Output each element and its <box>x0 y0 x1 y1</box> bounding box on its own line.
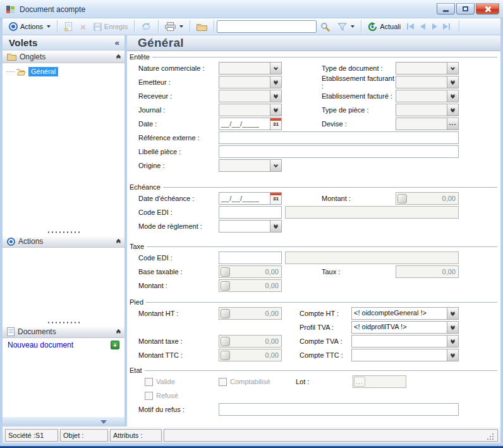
comptabilise-checkbox[interactable] <box>219 378 227 386</box>
etablissement-facture-label: Etablissement facturé : <box>322 92 396 100</box>
add-document-button[interactable]: + <box>111 341 119 349</box>
code-edi-echeance-description-field <box>285 206 459 219</box>
valide-label: Valide <box>156 378 175 385</box>
refuse-checkbox[interactable] <box>145 392 153 400</box>
actions-button[interactable]: Actions <box>5 20 54 33</box>
chevron-down-icon[interactable] <box>270 160 281 171</box>
general-form-panel: Général Entête Nature commerciale : Type… <box>127 35 500 427</box>
double-chevron-down-icon[interactable] <box>447 104 458 116</box>
tree-item-general[interactable]: Général <box>3 66 124 77</box>
compte-ttc-combo[interactable] <box>351 349 459 361</box>
close-icon <box>485 6 491 12</box>
chevron-down-icon[interactable] <box>270 63 281 74</box>
type-document-combo[interactable] <box>396 62 459 75</box>
tree-connector <box>6 71 15 72</box>
journal-combo[interactable] <box>219 104 282 116</box>
refresh-button[interactable] <box>137 20 155 33</box>
volets-panel: Volets « Onglets Général Actions Documen… <box>3 35 124 427</box>
close-button[interactable] <box>476 3 499 15</box>
etablissement-facturant-combo[interactable] <box>396 76 459 88</box>
double-chevron-down-icon[interactable] <box>447 90 458 102</box>
compte-tva-combo[interactable] <box>351 335 459 348</box>
montant-ttc-field: 0,00 <box>219 349 282 361</box>
montant-echeance-field: 0,00 <box>396 192 459 205</box>
motif-refus-input[interactable] <box>219 403 459 416</box>
new-document-link[interactable]: Nouveau document <box>8 341 73 349</box>
calendar-icon[interactable]: 31 <box>270 193 281 204</box>
reference-externe-input[interactable] <box>219 131 459 144</box>
emetteur-combo[interactable] <box>219 76 282 88</box>
open-folder-button[interactable] <box>193 21 211 33</box>
double-chevron-down-icon[interactable] <box>447 308 458 319</box>
nav-next-button[interactable] <box>428 20 440 33</box>
amount-button[interactable] <box>221 267 230 277</box>
double-chevron-down-icon[interactable] <box>447 336 458 347</box>
type-piece-combo[interactable] <box>396 104 459 116</box>
double-chevron-down-icon[interactable] <box>270 90 281 102</box>
compte-ht-combo[interactable]: <! oidcompteGeneral !> <box>351 307 459 320</box>
emetteur-label: Emetteur : <box>138 78 219 86</box>
origine-combo[interactable] <box>219 159 282 172</box>
amount-button[interactable] <box>221 337 230 346</box>
sidebar-collapse-bar[interactable] <box>3 416 124 427</box>
chevron-down-icon[interactable] <box>447 63 458 74</box>
chevron-up-icon[interactable] <box>117 330 120 334</box>
libelle-piece-input[interactable] <box>219 145 459 158</box>
filter-button[interactable] <box>334 21 358 33</box>
mode-reglement-combo[interactable] <box>219 220 282 233</box>
refresh-icon <box>141 22 152 31</box>
onglets-section-header[interactable]: Onglets <box>3 51 124 63</box>
code-edi-echeance-input[interactable] <box>219 206 282 219</box>
amount-button[interactable] <box>397 194 407 203</box>
valide-checkbox[interactable] <box>145 378 153 386</box>
receveur-combo[interactable] <box>219 90 282 102</box>
panel-splitter-handle[interactable] <box>3 319 124 325</box>
resize-grip[interactable] <box>492 433 494 435</box>
nav-previous-button[interactable] <box>416 20 428 33</box>
chevron-down-icon <box>351 25 355 28</box>
maximize-button[interactable] <box>456 3 475 15</box>
base-taxable-field: 0,00 <box>219 265 282 278</box>
nav-first-button[interactable] <box>404 20 416 33</box>
ellipsis-button[interactable]: ... <box>354 377 365 387</box>
nature-commerciale-combo[interactable] <box>219 62 282 75</box>
date-field[interactable]: __/__/____ 31 <box>219 118 282 130</box>
minimize-button[interactable] <box>437 3 455 15</box>
double-chevron-down-icon[interactable] <box>447 76 458 88</box>
double-chevron-down-icon[interactable] <box>270 221 281 232</box>
print-button[interactable] <box>161 20 187 33</box>
documents-section-header[interactable]: Documents <box>3 325 124 338</box>
save-button[interactable]: Enregis <box>90 21 131 33</box>
chevron-up-icon[interactable] <box>117 55 120 59</box>
refuse-label: Refusé <box>156 392 178 399</box>
search-icon <box>320 22 330 32</box>
search-button[interactable] <box>317 20 334 33</box>
panel-splitter-handle[interactable] <box>3 229 124 235</box>
double-chevron-down-icon[interactable] <box>447 349 458 361</box>
double-chevron-down-icon[interactable] <box>270 104 281 116</box>
search-input[interactable] <box>217 20 317 33</box>
devise-field[interactable]: ... <box>396 118 459 130</box>
date-echeance-field[interactable]: __/__/____ 31 <box>219 192 282 205</box>
amount-button[interactable] <box>221 309 230 318</box>
code-edi-taxe-input[interactable] <box>219 251 282 264</box>
amount-button[interactable] <box>221 281 230 291</box>
title-bar[interactable]: Document acompte <box>0 0 503 18</box>
delete-button[interactable]: × <box>76 20 90 33</box>
save-button-label: Enregis <box>104 23 128 30</box>
amount-button[interactable] <box>221 351 230 360</box>
calendar-icon[interactable]: 31 <box>270 118 281 130</box>
double-chevron-down-icon[interactable] <box>270 76 281 88</box>
nav-last-button[interactable] <box>440 20 452 33</box>
double-chevron-down-icon[interactable] <box>447 322 458 333</box>
etablissement-facture-combo[interactable] <box>396 90 459 102</box>
group-pied: Pied Montant HT : 0,00 Compte HT : <! oi… <box>127 298 500 362</box>
new-document-button[interactable] <box>60 20 76 33</box>
actions-section-header[interactable]: Actions <box>3 235 124 248</box>
actualiser-button[interactable]: Actuali <box>364 20 404 33</box>
profil-tva-combo[interactable]: <! oidprofilTVA !> <box>351 321 459 334</box>
actualiser-icon <box>368 22 377 32</box>
chevron-up-icon[interactable] <box>117 239 120 244</box>
collapse-panel-button[interactable]: « <box>115 38 119 47</box>
ellipsis-button[interactable]: ... <box>447 118 458 130</box>
